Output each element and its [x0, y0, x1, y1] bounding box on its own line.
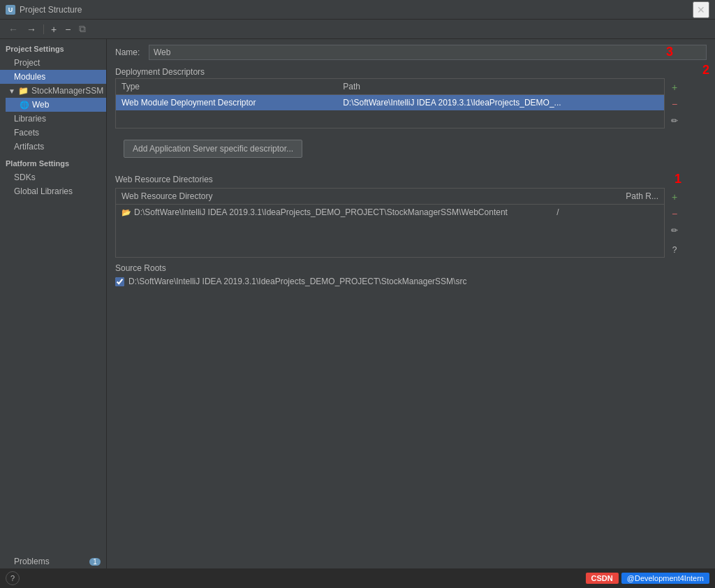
- problems-label: Problems: [14, 557, 50, 566]
- web-res-table-container: Web Resource Directory Path R... 📂 D:\So…: [115, 188, 684, 258]
- dir-folder-icon: 📂: [121, 208, 131, 217]
- help-button[interactable]: ?: [6, 571, 20, 585]
- sidebar-item-global-libraries[interactable]: Global Libraries: [0, 184, 106, 198]
- dev-intern-badge: @Development4Intern: [621, 573, 709, 584]
- back-button[interactable]: ←: [6, 22, 21, 36]
- deployment-remove-button[interactable]: −: [667, 96, 682, 112]
- sidebar-item-facets[interactable]: Facets: [0, 126, 106, 140]
- web-resource-dir-label: Web Resource Directories: [115, 175, 213, 184]
- name-row: Name: 3: [107, 39, 715, 64]
- web-res-edit-button[interactable]: ✏: [667, 223, 682, 238]
- sidebar-item-artifacts-label: Artifacts: [14, 142, 44, 152]
- deployment-descriptors-label: Deployment Descriptors: [107, 64, 693, 78]
- content-area: Name: 3 Deployment Descriptors 2 Type Pa…: [107, 39, 715, 568]
- remove-module-button[interactable]: −: [62, 22, 73, 36]
- sidebar-item-global-libraries-label: Global Libraries: [14, 186, 73, 196]
- add-module-button[interactable]: +: [48, 22, 59, 36]
- add-server-btn-container: Add Application Server specific descript…: [115, 134, 707, 163]
- tree-child-label: Web: [32, 100, 49, 110]
- deployment-path-cell: D:\SoftWare\IntelliJ IDEA 2019.3.1\IdeaP…: [337, 95, 664, 110]
- sidebar-item-problems[interactable]: Problems 1: [0, 554, 106, 568]
- web-resource-table: Web Resource Directory Path R... 📂 D:\So…: [115, 188, 665, 258]
- sidebar-item-sdks[interactable]: SDKs: [0, 170, 106, 184]
- type-column-header: Type: [116, 79, 337, 94]
- module-tree: ▼ 📁 StockManagerSSM 🌐 Web: [0, 84, 106, 112]
- sidebar-item-libraries[interactable]: Libraries: [0, 112, 106, 126]
- deployment-side-buttons: + − ✏: [665, 78, 684, 128]
- sidebar-item-facets-label: Facets: [14, 128, 39, 138]
- main-layout: Project Settings Project Modules ▼ 📁 Sto…: [0, 39, 715, 568]
- web-res-table-header: Web Resource Directory Path R...: [116, 189, 664, 205]
- source-roots-section: Source Roots D:\SoftWare\IntelliJ IDEA 2…: [107, 258, 715, 288]
- sidebar: Project Settings Project Modules ▼ 📁 Sto…: [0, 39, 107, 568]
- web-res-dir-cell: 📂 D:\SoftWare\IntelliJ IDEA 2019.3.1\Ide…: [116, 205, 551, 220]
- add-server-button[interactable]: Add Application Server specific descript…: [124, 140, 302, 158]
- folder-icon: 📁: [18, 86, 29, 96]
- web-res-path-cell: /: [551, 205, 664, 220]
- annotation-2: 2: [702, 63, 709, 78]
- deployment-descriptors-section: Deployment Descriptors 2 Type Path Web M…: [107, 64, 693, 134]
- annotation-1: 1: [675, 172, 681, 186]
- web-module-icon: 🌐: [20, 101, 29, 110]
- sidebar-item-libraries-label: Libraries: [14, 114, 46, 124]
- source-root-path: D:\SoftWare\IntelliJ IDEA 2019.3.1\IdeaP…: [128, 277, 466, 286]
- deployment-add-button[interactable]: +: [667, 80, 682, 95]
- tree-root-label: StockManagerSSM: [31, 86, 103, 96]
- web-res-path-header: Path R...: [551, 189, 664, 204]
- csdn-badge: CSDN: [586, 573, 619, 584]
- sidebar-item-modules[interactable]: Modules: [0, 70, 106, 84]
- source-root-row: D:\SoftWare\IntelliJ IDEA 2019.3.1\IdeaP…: [107, 274, 715, 288]
- web-res-dir-value: D:\SoftWare\IntelliJ IDEA 2019.3.1\IdeaP…: [134, 207, 508, 217]
- web-res-dir-header: Web Resource Directory: [116, 189, 551, 204]
- copy-module-button[interactable]: ⧉: [76, 22, 89, 36]
- title-bar: U Project Structure ✕: [0, 0, 715, 20]
- tree-root-stockmanager[interactable]: ▼ 📁 StockManagerSSM: [6, 84, 106, 98]
- nav-separator: [43, 24, 44, 34]
- bottom-bar-badges: CSDN @Development4Intern: [586, 573, 709, 584]
- web-resource-row[interactable]: 📂 D:\SoftWare\IntelliJ IDEA 2019.3.1\Ide…: [116, 205, 664, 220]
- web-res-header-row: Web Resource Directories 1: [107, 169, 693, 188]
- close-button[interactable]: ✕: [693, 1, 709, 18]
- sidebar-item-modules-label: Modules: [14, 72, 45, 82]
- sidebar-item-artifacts[interactable]: Artifacts: [0, 140, 106, 154]
- annotation-3: 3: [666, 45, 673, 59]
- name-label: Name:: [115, 47, 143, 57]
- deployment-table-container: Type Path Web Module Deployment Descript…: [115, 78, 684, 128]
- app-icon-letter: U: [8, 6, 13, 13]
- sidebar-item-project-label: Project: [14, 58, 40, 68]
- deployment-type-cell: Web Module Deployment Descriptor: [116, 95, 337, 110]
- app-icon: U: [6, 5, 15, 15]
- sidebar-item-project[interactable]: Project: [0, 56, 106, 70]
- deployment-edit-button[interactable]: ✏: [667, 113, 682, 128]
- name-input[interactable]: [149, 45, 707, 60]
- tree-child-web[interactable]: 🌐 Web: [6, 98, 106, 112]
- title-bar-left: U Project Structure: [6, 5, 82, 15]
- deployment-table-row[interactable]: Web Module Deployment Descriptor D:\Soft…: [116, 95, 664, 110]
- source-root-checkbox[interactable]: [115, 277, 124, 286]
- platform-settings-header: Platform Settings: [0, 154, 106, 170]
- web-res-side-buttons: + − ✏ ?: [665, 188, 684, 258]
- path-column-header: Path: [337, 79, 664, 94]
- forward-button[interactable]: →: [24, 22, 39, 36]
- sidebar-item-sdks-label: SDKs: [14, 172, 36, 182]
- web-resource-section: Web Resource Directories 1 Web Resource …: [107, 169, 693, 258]
- project-settings-header: Project Settings: [0, 39, 106, 56]
- window-title: Project Structure: [20, 5, 82, 15]
- web-res-add-button[interactable]: +: [667, 189, 682, 205]
- web-res-remove-button[interactable]: −: [667, 206, 682, 221]
- expand-icon: ▼: [8, 87, 15, 95]
- nav-bar: ← → + − ⧉: [0, 20, 715, 39]
- source-roots-label: Source Roots: [107, 258, 715, 274]
- web-res-help-button[interactable]: ?: [667, 242, 682, 258]
- bottom-bar: ? CSDN @Development4Intern: [0, 568, 715, 588]
- deployment-table: Type Path Web Module Deployment Descript…: [115, 78, 665, 128]
- problems-badge: 1: [89, 558, 101, 566]
- deployment-table-header: Type Path: [116, 79, 664, 95]
